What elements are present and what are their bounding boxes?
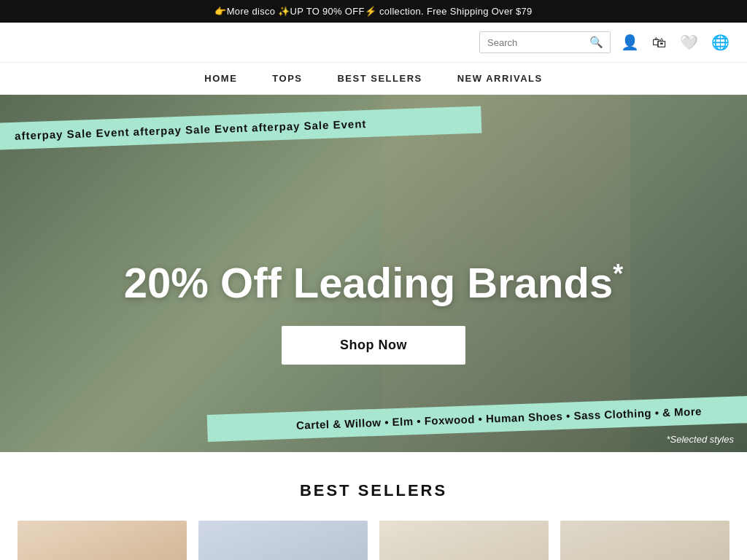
nav-item-tops[interactable]: TOPS: [272, 73, 302, 84]
hero-asterisk: *: [613, 259, 623, 289]
announcement-text: 👉More disco ✨UP TO 90% OFF⚡ collection. …: [214, 6, 532, 17]
main-nav: HOME TOPS BEST SELLERS NEW ARRIVALS: [0, 63, 747, 95]
hero-headline: 20% Off Leading Brands*: [0, 260, 747, 306]
hero-banner: afterpay Sale Event afterpay Sale Event …: [0, 95, 747, 452]
search-box[interactable]: 🔍: [479, 31, 611, 53]
announcement-bar: 👉More disco ✨UP TO 90% OFF⚡ collection. …: [0, 0, 747, 23]
shop-now-button[interactable]: Shop Now: [282, 326, 465, 365]
nav-item-home[interactable]: HOME: [204, 73, 237, 84]
product-card-1[interactable]: [18, 521, 187, 560]
hero-content: 20% Off Leading Brands* Shop Now: [0, 260, 747, 365]
search-icon[interactable]: 🔍: [589, 36, 603, 49]
best-sellers-title: BEST SELLERS: [18, 481, 729, 500]
header-icons: 👤 🛍 🤍 🌐: [621, 34, 729, 51]
search-input[interactable]: [487, 37, 589, 48]
product-card-4[interactable]: [560, 521, 729, 560]
cart-icon[interactable]: 🛍: [652, 34, 667, 51]
nav-item-best-sellers[interactable]: BEST SELLERS: [337, 73, 422, 84]
best-sellers-grid: [18, 521, 729, 560]
language-icon[interactable]: 🌐: [711, 34, 729, 51]
account-icon[interactable]: 👤: [621, 34, 639, 51]
wishlist-icon[interactable]: 🤍: [680, 34, 698, 51]
nav-item-new-arrivals[interactable]: NEW ARRIVALS: [457, 73, 543, 84]
hero-headline-text: 20% Off Leading Brands: [124, 259, 613, 306]
best-sellers-section: BEST SELLERS: [0, 452, 747, 560]
afterpay-text: afterpay Sale Event afterpay Sale Event …: [15, 117, 367, 142]
header: 🔍 👤 🛍 🤍 🌐: [0, 23, 747, 63]
product-card-3[interactable]: [379, 521, 549, 560]
selected-styles-note: *Selected styles: [667, 434, 735, 445]
product-card-2[interactable]: [198, 521, 368, 560]
